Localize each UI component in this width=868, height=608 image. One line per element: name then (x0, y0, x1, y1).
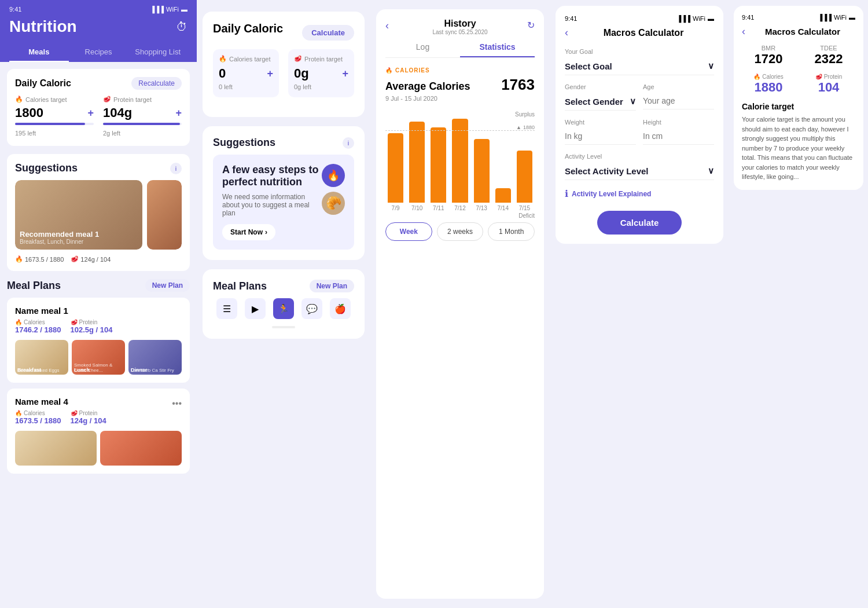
mp-icon-apple[interactable]: 🍎 (330, 298, 351, 319)
height-col: Height (643, 119, 714, 145)
protein-add-button[interactable]: + (175, 107, 182, 119)
p4-status-icons: ▐▐▐ WiFi ▬ (677, 15, 714, 22)
history-icon[interactable]: ⏱ (176, 20, 187, 34)
period-week-button[interactable]: Week (385, 222, 432, 241)
protein-icon: 🥩 (71, 255, 79, 263)
activity-icon[interactable]: 🏃 (273, 298, 294, 319)
mp-icon-activity[interactable]: 🏃 (273, 298, 294, 319)
calories-value-row: 1800 + (15, 105, 94, 120)
meal-plans-detail-card: Meal Plans New Plan ☰ ▶ 🏃 💬 🍎 (203, 269, 365, 339)
suggestions-info-icon[interactable]: i (170, 163, 182, 174)
macros-res-back-button[interactable]: ‹ (742, 25, 745, 38)
mp-icon-chat[interactable]: 💬 (301, 298, 322, 319)
mp-prot-value-4: 124g / 104 (71, 416, 106, 425)
bar-7-12-fill (452, 119, 468, 203)
activity-explained-link[interactable]: Activity Level Explained (572, 190, 651, 198)
age-input[interactable] (643, 93, 714, 109)
p2-dc-title: Daily Caloric (213, 22, 283, 35)
p2-sugg-header: Suggestions i (213, 137, 354, 149)
flame-icon-circle: 🔥 (322, 164, 345, 187)
p4-status-bar: 9:41 ▐▐▐ WiFi ▬ (565, 15, 714, 22)
avg-calories-value: 1763 (501, 76, 535, 94)
p2-prot-left: 0g left (294, 83, 311, 90)
macro-protein-col: 🥩 Protein 104 (802, 74, 855, 95)
tdee-value: 2322 (802, 52, 855, 67)
p4-wifi: WiFi (693, 15, 705, 22)
apple-icon[interactable]: 🍎 (330, 298, 351, 319)
mp-icon-list[interactable]: ☰ (216, 298, 237, 319)
gender-chevron-icon: ∨ (630, 96, 636, 107)
panel-nutrition-main: 9:41 ▐▐▐ WiFi ▬ Nutrition ⏱ Meals Recipe… (0, 0, 197, 608)
tab-shopping-list[interactable]: Shopping List (128, 43, 187, 62)
sugg-header: Suggestions i (15, 162, 182, 174)
p2-prot-label: 🥩 Protein target (294, 55, 348, 63)
p2-prot-value: 0g (294, 66, 309, 81)
p5-wifi: WiFi (834, 14, 847, 21)
p2-sugg-title: Suggestions (213, 137, 275, 149)
panel-macros-calculator: 9:41 ▐▐▐ WiFi ▬ ‹ Macros Calculator Your… (550, 0, 729, 608)
p2-calories-target: 🔥 Calories target 0 + 0 left (213, 49, 279, 97)
tab-statistics[interactable]: Statistics (460, 38, 535, 57)
mp-icons-row: ☰ ▶ 🏃 💬 🍎 (213, 298, 354, 319)
meal-thumb-breakfast: Breakfast Harissa Baked Eggs (15, 340, 68, 375)
refresh-button[interactable]: ↻ (527, 20, 535, 31)
panel-caloric-detail: Daily Caloric Calculate 🔥 Calories targe… (197, 0, 370, 608)
bar-7-14: 7/14 (495, 188, 511, 211)
mp-protein-value: 102.5g / 104 (71, 325, 113, 334)
phone-header: 9:41 ▐▐▐ WiFi ▬ Nutrition ⏱ Meals Recipe… (0, 0, 197, 62)
surplus-label: Surplus (515, 111, 535, 118)
tab-meals[interactable]: Meals (9, 43, 69, 62)
calories-add-button[interactable]: + (87, 107, 94, 119)
bar-7-13: 7/13 (474, 139, 490, 211)
p2-prot-plus[interactable]: + (342, 68, 348, 80)
period-1month-button[interactable]: 1 Month (488, 222, 535, 241)
height-input[interactable] (643, 128, 714, 145)
new-plan-button[interactable]: New Plan (145, 279, 190, 292)
sugg-icons: 🔥 🥐 (322, 164, 345, 215)
macros-back-button[interactable]: ‹ (565, 27, 568, 39)
p2-new-plan-button[interactable]: New Plan (310, 280, 354, 292)
mp-icon-video[interactable]: ▶ (245, 298, 266, 319)
macro-cal-value: 1880 (742, 80, 795, 95)
meal-plan-stats-4: 🔥 Calories 1673.5 / 1880 🥩 Protein 124g … (15, 410, 182, 425)
gender-col: Gender Select Gender ∨ (565, 83, 636, 111)
gender-select[interactable]: Select Gender ∨ (565, 93, 636, 111)
meal-image-side (147, 180, 182, 250)
start-now-button[interactable]: Start Now › (222, 224, 275, 240)
p2-cal-value-row: 0 + (219, 66, 273, 81)
tab-log[interactable]: Log (385, 38, 460, 57)
more-options-icon[interactable]: ••• (172, 398, 182, 409)
video-icon[interactable]: ▶ (245, 298, 266, 319)
p2-cal-label: 🔥 Calories target (219, 55, 273, 63)
calculate-button-p2[interactable]: Calculate (302, 25, 354, 41)
age-label: Age (643, 83, 714, 90)
calculate-macros-button[interactable]: Calculate (597, 211, 682, 235)
chat-icon[interactable]: 💬 (301, 298, 322, 319)
p2-sugg-info-icon[interactable]: i (343, 137, 354, 149)
p2-cal-plus[interactable]: + (267, 68, 273, 80)
history-title: History (385, 19, 535, 29)
date-range: 9 Jul - 15 Jul 2020 (385, 95, 535, 102)
p2-targets-row: 🔥 Calories target 0 + 0 left 🥩 Protein t… (213, 49, 354, 97)
fire-icon-4: 🔥 (15, 410, 22, 416)
mp-calories-value: 1746.2 / 1880 (15, 325, 61, 334)
activity-section: Activity Level Select Activity Level ∨ (565, 153, 714, 180)
goal-select[interactable]: Select Goal ∨ (565, 57, 714, 75)
activity-select[interactable]: Select Activity Level ∨ (565, 162, 714, 180)
suggestions-card: Suggestions i Recommended meal 1 Breakfa… (7, 154, 190, 271)
period-2weeks-button[interactable]: 2 weeks (437, 222, 484, 241)
status-time: 9:41 (9, 6, 21, 13)
recalculate-button[interactable]: Recalculate (131, 77, 182, 90)
dc-header: Daily Caloric Recalculate (15, 77, 182, 90)
age-col: Age (643, 83, 714, 111)
panel-body: Daily Caloric Recalculate 🔥 Calories tar… (0, 62, 197, 595)
meal-type: Breakfast, Lunch, Dinner (20, 239, 99, 245)
fire-icon-p2: 🔥 (219, 55, 227, 63)
history-back-button[interactable]: ‹ (385, 20, 389, 32)
tab-recipes[interactable]: Recipes (69, 43, 128, 62)
weight-input[interactable] (565, 128, 636, 145)
panel-history: ‹ History Last sync 05.25.2020 ↻ Log Sta… (370, 0, 550, 608)
list-icon[interactable]: ☰ (216, 298, 237, 319)
meal-image-row: Recommended meal 1 Breakfast, Lunch, Din… (15, 180, 182, 250)
mp-protein-stat-4: 🥩 Protein 124g / 104 (71, 410, 106, 425)
